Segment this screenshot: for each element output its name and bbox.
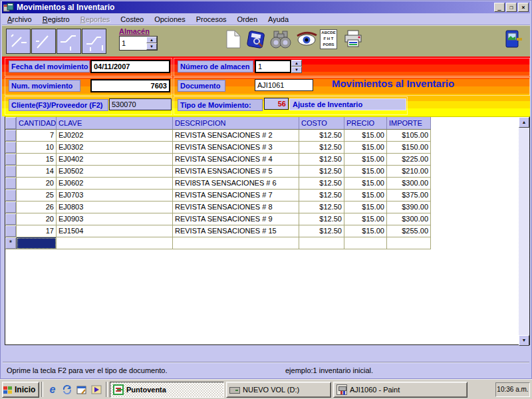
cell[interactable] <box>387 237 431 249</box>
cell[interactable]: $15.00 <box>344 213 387 225</box>
cell[interactable]: $225.00 <box>387 154 431 166</box>
cell[interactable]: 20 <box>17 178 57 190</box>
cell[interactable]: $12.50 <box>299 178 344 190</box>
cell[interactable] <box>299 237 344 249</box>
row-selector[interactable] <box>5 130 17 142</box>
cell[interactable]: $150.00 <box>387 142 431 154</box>
column-header-clave[interactable]: CLAVE <box>57 117 173 130</box>
table-row[interactable]: 7EJ0202REVISTA SENSACIONES # 2$12.50$15.… <box>5 130 519 142</box>
start-button[interactable]: Inicio <box>2 382 39 398</box>
cell[interactable]: 20 <box>17 213 57 225</box>
cell[interactable]: $15.00 <box>344 130 387 142</box>
row-selector[interactable] <box>5 142 17 154</box>
cell[interactable]: $12.50 <box>299 166 344 178</box>
task-paint[interactable]: AJI1060 - Paint <box>333 382 467 398</box>
column-header-precio[interactable]: PRECIO <box>344 117 387 130</box>
cell[interactable] <box>173 237 299 249</box>
column-header-costo[interactable]: COSTO <box>299 117 344 130</box>
save-search-button[interactable] <box>245 29 267 52</box>
cell[interactable]: REVISTA SENSACIONES # 7 <box>173 190 299 201</box>
cell[interactable]: $15.00 <box>344 154 387 166</box>
menu-orden[interactable]: Orden <box>232 15 263 24</box>
cell[interactable]: $12.50 <box>299 213 344 225</box>
cell[interactable]: $12.50 <box>299 225 344 237</box>
cell[interactable]: $12.50 <box>299 130 344 142</box>
cell[interactable]: REVISTA SENSACIONES # 15 <box>173 225 299 237</box>
cell[interactable]: $105.00 <box>387 130 431 142</box>
cell[interactable]: $15.00 <box>344 190 387 201</box>
row-selector[interactable] <box>5 190 17 201</box>
cell[interactable]: 26 <box>17 201 57 213</box>
minimize-button[interactable]: _ <box>494 3 505 12</box>
row-selector[interactable] <box>5 201 17 213</box>
compose-mail-button[interactable] <box>74 382 89 397</box>
cell[interactable]: REVISTA SENSACIONES # 4 <box>173 154 299 166</box>
cell[interactable]: EJ0302 <box>57 142 173 154</box>
spin-up-button[interactable]: ▲ <box>146 37 157 43</box>
cell[interactable]: $210.00 <box>387 166 431 178</box>
taskbar-clock[interactable]: 10:36 a.m. <box>495 382 530 397</box>
cell[interactable]: 10 <box>17 142 57 154</box>
row-selector[interactable] <box>5 225 17 237</box>
cell[interactable]: REVISTA SENSACIONES # 2 <box>173 130 299 142</box>
task-drive[interactable]: NUEVO VOL (D:) <box>226 382 331 398</box>
table-row[interactable]: 25EJ0703REVISTA SENSACIONES # 7$12.50$15… <box>5 190 519 201</box>
selected-cell[interactable] <box>17 237 57 249</box>
menu-archivo[interactable]: Archivo <box>2 15 37 24</box>
cell[interactable]: $15.00 <box>344 178 387 190</box>
almacen-spinbox[interactable]: 1 ▲ ▼ <box>119 36 158 51</box>
cell[interactable]: EJ0803 <box>57 201 173 213</box>
cell[interactable]: EJ0502 <box>57 166 173 178</box>
view-button[interactable] <box>295 29 319 49</box>
cell[interactable]: $15.00 <box>344 166 387 178</box>
cell[interactable] <box>344 237 387 249</box>
row-selector[interactable] <box>5 178 17 190</box>
table-row[interactable]: 20EJ0903REVISTA SENSACIONES # 9$12.50$15… <box>5 213 519 225</box>
internet-explorer-button[interactable]: e <box>45 382 60 397</box>
restore-button[interactable]: ❐ <box>506 3 517 12</box>
cell[interactable]: REVISTA SENSACIONES # 8 <box>173 201 299 213</box>
close-button[interactable]: × <box>518 3 529 12</box>
cell[interactable]: $12.50 <box>299 201 344 213</box>
cell[interactable]: EJ0703 <box>57 190 173 201</box>
fonts-button[interactable]: ABCDE F H T PORS <box>320 29 337 49</box>
cell[interactable]: REVISTA SENSACIONES # 9 <box>173 213 299 225</box>
nav-last-button[interactable] <box>82 29 106 54</box>
table-row[interactable]: 14EJ0502REVISTA ESNSACIONES # 5$12.50$15… <box>5 166 519 178</box>
table-row[interactable]: 20EJ0602REVI8STA SENSACIONES # 6$12.50$1… <box>5 178 519 190</box>
spin-down-button[interactable]: ▼ <box>146 43 157 50</box>
menu-ayuda[interactable]: Ayuda <box>263 15 294 24</box>
almacen-field-spin-up[interactable]: ▲ <box>291 60 302 66</box>
cell[interactable]: $300.00 <box>387 178 431 190</box>
scroll-up-button[interactable]: ▲ <box>519 117 529 128</box>
column-header-cantidad[interactable]: CANTIDAD <box>17 117 57 130</box>
cell[interactable]: 25 <box>17 190 57 201</box>
numero-almacen-input[interactable]: 1 <box>255 60 291 73</box>
column-header-importe[interactable]: IMPORTE <box>387 117 431 130</box>
cell[interactable]: REVISTA SENSACIONES # 3 <box>173 142 299 154</box>
cell[interactable]: EJ0202 <box>57 130 173 142</box>
new-row[interactable]: * <box>5 237 519 249</box>
cell[interactable]: REVI8STA SENSACIONES # 6 <box>173 178 299 190</box>
menu-procesos[interactable]: Procesos <box>191 15 232 24</box>
table-row[interactable]: 15EJ0402REVISTA SENSACIONES # 4$12.50$15… <box>5 154 519 166</box>
num-movimiento-input[interactable]: 7603 <box>90 79 170 92</box>
channels-button[interactable] <box>60 382 74 397</box>
media-player-button[interactable] <box>89 382 104 397</box>
menu-costeo[interactable]: Costeo <box>115 15 149 24</box>
menu-reportes[interactable]: Reportes <box>75 15 116 24</box>
row-selector[interactable] <box>5 154 17 166</box>
cell[interactable]: $375.00 <box>387 190 431 201</box>
cell[interactable]: $12.50 <box>299 142 344 154</box>
cell[interactable]: $15.00 <box>344 142 387 154</box>
almacen-value[interactable]: 1 <box>120 37 146 50</box>
cell[interactable]: $390.00 <box>387 201 431 213</box>
cell[interactable]: EJ1504 <box>57 225 173 237</box>
cell[interactable]: EJ0402 <box>57 154 173 166</box>
scroll-down-button[interactable]: ▼ <box>519 335 529 346</box>
menu-opciones[interactable]: Opciones <box>149 15 190 24</box>
cell[interactable]: 17 <box>17 225 57 237</box>
search-button[interactable] <box>269 29 292 51</box>
cell[interactable]: REVISTA ESNSACIONES # 5 <box>173 166 299 178</box>
exit-button[interactable] <box>505 29 523 51</box>
